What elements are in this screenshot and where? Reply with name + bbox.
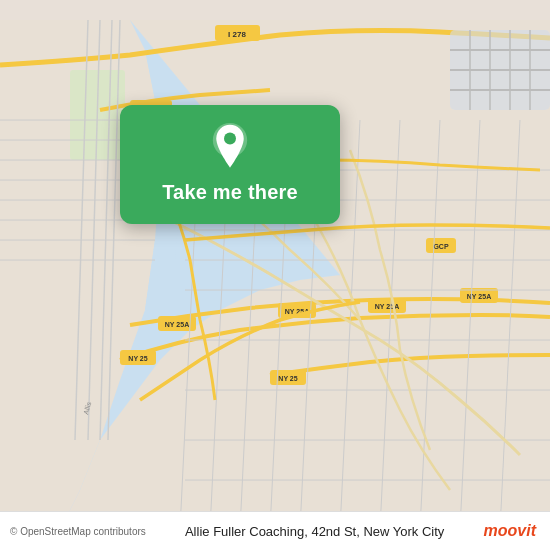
bottom-bar: © OpenStreetMap contributors Allie Fulle… [0, 511, 550, 550]
svg-text:I 278: I 278 [228, 30, 246, 39]
map-background: I 278 I 278 NY 25 NY 25A NY 25A NY 25A N… [0, 0, 550, 550]
svg-text:NY 25A: NY 25A [165, 321, 189, 328]
location-pin-icon [206, 123, 254, 171]
svg-text:NY 25: NY 25 [278, 375, 297, 382]
location-card: Take me there [120, 105, 340, 224]
moovit-brand-text: moovit [484, 522, 536, 540]
svg-text:GCP: GCP [433, 243, 449, 250]
copyright-text: © OpenStreetMap contributors [10, 526, 146, 537]
take-me-there-button[interactable]: Take me there [162, 181, 298, 204]
map-container: I 278 I 278 NY 25 NY 25A NY 25A NY 25A N… [0, 0, 550, 550]
svg-text:NY 25A: NY 25A [467, 293, 491, 300]
svg-text:NY 25A: NY 25A [375, 303, 399, 310]
location-label: Allie Fuller Coaching, 42nd St, New York… [154, 524, 476, 539]
moovit-logo: moovit [484, 522, 536, 540]
svg-point-64 [224, 132, 236, 144]
svg-text:NY 25: NY 25 [128, 355, 147, 362]
